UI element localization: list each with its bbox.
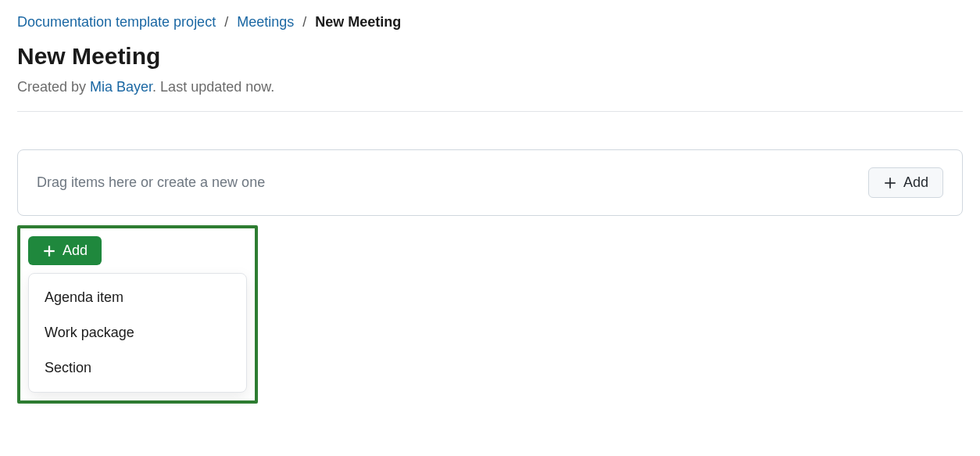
add-button-inline-label: Add bbox=[903, 174, 928, 191]
dropdown-item-section[interactable]: Section bbox=[29, 350, 246, 386]
author-link[interactable]: Mia Bayer bbox=[90, 79, 152, 95]
breadcrumb-separator: / bbox=[224, 14, 228, 30]
dropdown-item-work-package[interactable]: Work package bbox=[29, 315, 246, 350]
plus-icon bbox=[883, 176, 897, 190]
agenda-dropzone[interactable]: Drag items here or create a new one Add bbox=[17, 149, 963, 216]
highlight-annotation: Add Agenda item Work package Section bbox=[17, 225, 258, 404]
breadcrumb-link-meetings[interactable]: Meetings bbox=[237, 14, 294, 30]
add-button-inline[interactable]: Add bbox=[868, 167, 943, 198]
meta-updated-suffix: . Last updated now. bbox=[152, 79, 274, 95]
breadcrumb-separator: / bbox=[302, 14, 306, 30]
add-button-primary-label: Add bbox=[63, 242, 88, 259]
dropzone-placeholder: Drag items here or create a new one bbox=[37, 174, 265, 191]
breadcrumb-link-project[interactable]: Documentation template project bbox=[17, 14, 216, 30]
add-dropdown: Agenda item Work package Section bbox=[28, 273, 247, 393]
page-title: New Meeting bbox=[17, 43, 963, 70]
meta-created-prefix: Created by bbox=[17, 79, 90, 95]
breadcrumb-current: New Meeting bbox=[315, 14, 401, 30]
dropdown-item-agenda[interactable]: Agenda item bbox=[29, 280, 246, 315]
plus-icon bbox=[42, 244, 56, 258]
add-button-primary[interactable]: Add bbox=[28, 236, 102, 265]
page-meta: Created by Mia Bayer. Last updated now. bbox=[17, 79, 963, 112]
breadcrumb: Documentation template project / Meeting… bbox=[17, 14, 963, 31]
